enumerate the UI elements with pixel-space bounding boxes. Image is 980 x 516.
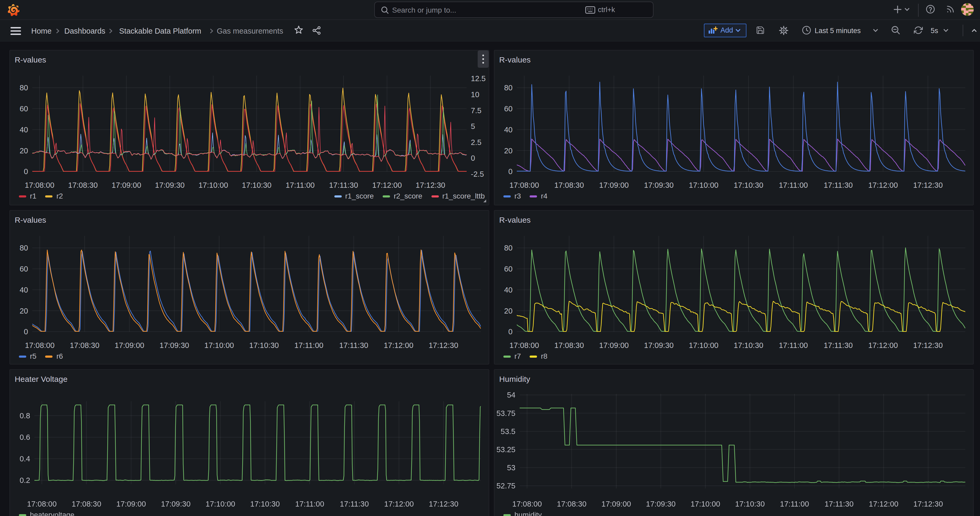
svg-text:17:08:30: 17:08:30 xyxy=(557,500,587,508)
svg-text:12.5: 12.5 xyxy=(471,74,485,83)
svg-text:20: 20 xyxy=(20,307,28,315)
svg-text:80: 80 xyxy=(20,83,28,92)
svg-text:0: 0 xyxy=(24,167,28,176)
svg-text:17:12:00: 17:12:00 xyxy=(372,181,402,190)
svg-text:17:08:30: 17:08:30 xyxy=(554,181,584,190)
svg-text:17:11:30: 17:11:30 xyxy=(329,181,358,190)
svg-text:17:10:00: 17:10:00 xyxy=(199,181,228,190)
svg-text:17:12:30: 17:12:30 xyxy=(429,500,458,508)
svg-text:80: 80 xyxy=(504,83,512,92)
svg-text:17:09:30: 17:09:30 xyxy=(644,341,674,349)
svg-text:17:10:00: 17:10:00 xyxy=(205,500,235,508)
svg-text:17:09:00: 17:09:00 xyxy=(111,181,141,190)
svg-text:17:10:30: 17:10:30 xyxy=(250,500,280,508)
svg-text:17:08:00: 17:08:00 xyxy=(509,181,539,190)
svg-text:17:08:00: 17:08:00 xyxy=(27,500,57,508)
svg-text:17:10:00: 17:10:00 xyxy=(689,181,719,190)
svg-text:17:08:00: 17:08:00 xyxy=(25,181,54,190)
svg-text:17:08:00: 17:08:00 xyxy=(25,341,54,349)
svg-text:17:12:30: 17:12:30 xyxy=(416,181,445,190)
svg-text:17:10:30: 17:10:30 xyxy=(734,341,764,349)
svg-text:17:09:30: 17:09:30 xyxy=(644,181,674,190)
svg-text:0.6: 0.6 xyxy=(20,433,30,441)
svg-text:17:10:00: 17:10:00 xyxy=(690,500,720,508)
svg-text:17:10:30: 17:10:30 xyxy=(249,341,279,349)
svg-text:60: 60 xyxy=(20,265,28,273)
svg-text:17:08:30: 17:08:30 xyxy=(554,341,584,349)
svg-text:60: 60 xyxy=(504,105,512,113)
svg-text:17:09:30: 17:09:30 xyxy=(646,500,676,508)
svg-text:17:09:00: 17:09:00 xyxy=(601,500,631,508)
svg-text:17:12:30: 17:12:30 xyxy=(913,181,943,190)
svg-text:17:11:30: 17:11:30 xyxy=(825,500,854,508)
svg-text:20: 20 xyxy=(504,147,512,155)
svg-text:17:11:30: 17:11:30 xyxy=(339,341,368,349)
svg-text:0: 0 xyxy=(24,328,28,336)
svg-text:17:11:00: 17:11:00 xyxy=(294,341,323,349)
svg-text:17:11:00: 17:11:00 xyxy=(780,500,809,508)
svg-text:53.75: 53.75 xyxy=(496,409,515,417)
svg-text:17:10:30: 17:10:30 xyxy=(735,500,765,508)
svg-text:60: 60 xyxy=(20,105,28,113)
svg-text:53.5: 53.5 xyxy=(501,427,515,436)
svg-text:2.5: 2.5 xyxy=(471,138,481,147)
svg-text:-2.5: -2.5 xyxy=(471,170,484,178)
svg-text:17:09:30: 17:09:30 xyxy=(155,181,185,190)
svg-text:0: 0 xyxy=(508,167,512,176)
svg-text:80: 80 xyxy=(20,244,28,252)
svg-text:17:12:00: 17:12:00 xyxy=(868,341,898,349)
svg-text:17:08:30: 17:08:30 xyxy=(72,500,101,508)
svg-text:17:12:00: 17:12:00 xyxy=(869,500,898,508)
svg-text:10: 10 xyxy=(471,90,479,99)
svg-text:17:12:30: 17:12:30 xyxy=(429,341,458,349)
svg-text:17:10:30: 17:10:30 xyxy=(242,181,272,190)
svg-text:17:09:30: 17:09:30 xyxy=(161,500,191,508)
svg-text:53: 53 xyxy=(507,463,515,472)
svg-text:0: 0 xyxy=(508,328,512,336)
svg-text:60: 60 xyxy=(504,265,512,273)
svg-text:0.2: 0.2 xyxy=(20,476,30,484)
svg-text:17:09:30: 17:09:30 xyxy=(159,341,189,349)
svg-text:17:09:00: 17:09:00 xyxy=(599,341,629,349)
svg-text:17:08:30: 17:08:30 xyxy=(70,341,99,349)
svg-text:40: 40 xyxy=(20,126,28,134)
svg-text:17:09:00: 17:09:00 xyxy=(116,500,146,508)
svg-text:17:09:00: 17:09:00 xyxy=(599,181,629,190)
svg-text:17:12:00: 17:12:00 xyxy=(384,341,414,349)
svg-text:17:11:00: 17:11:00 xyxy=(286,181,315,190)
svg-text:17:10:00: 17:10:00 xyxy=(689,341,719,349)
svg-text:40: 40 xyxy=(504,286,512,294)
svg-text:17:10:00: 17:10:00 xyxy=(204,341,234,349)
svg-text:0.4: 0.4 xyxy=(20,455,30,463)
svg-text:40: 40 xyxy=(20,286,28,294)
svg-text:0: 0 xyxy=(471,154,475,162)
svg-text:17:11:00: 17:11:00 xyxy=(779,341,808,349)
svg-text:0.8: 0.8 xyxy=(20,411,30,420)
svg-text:17:11:00: 17:11:00 xyxy=(779,181,808,190)
svg-text:17:12:00: 17:12:00 xyxy=(868,181,898,190)
svg-text:17:12:00: 17:12:00 xyxy=(384,500,414,508)
svg-text:17:12:30: 17:12:30 xyxy=(913,341,943,349)
svg-text:17:11:30: 17:11:30 xyxy=(340,500,369,508)
svg-text:17:08:00: 17:08:00 xyxy=(509,341,539,349)
svg-text:5: 5 xyxy=(471,122,475,131)
svg-text:80: 80 xyxy=(504,244,512,252)
svg-text:40: 40 xyxy=(504,126,512,134)
svg-text:17:08:30: 17:08:30 xyxy=(68,181,98,190)
svg-text:17:12:30: 17:12:30 xyxy=(913,500,943,508)
svg-text:20: 20 xyxy=(20,147,28,155)
svg-text:53.25: 53.25 xyxy=(496,445,515,454)
svg-text:17:11:30: 17:11:30 xyxy=(824,181,853,190)
svg-text:17:11:00: 17:11:00 xyxy=(295,500,325,508)
svg-text:52.75: 52.75 xyxy=(496,482,515,490)
svg-text:17:10:30: 17:10:30 xyxy=(734,181,764,190)
svg-text:17:08:00: 17:08:00 xyxy=(512,500,542,508)
svg-text:54: 54 xyxy=(507,391,515,399)
svg-text:7.5: 7.5 xyxy=(471,106,481,115)
svg-text:20: 20 xyxy=(504,307,512,315)
svg-text:17:11:30: 17:11:30 xyxy=(824,341,853,349)
svg-text:17:09:00: 17:09:00 xyxy=(115,341,144,349)
